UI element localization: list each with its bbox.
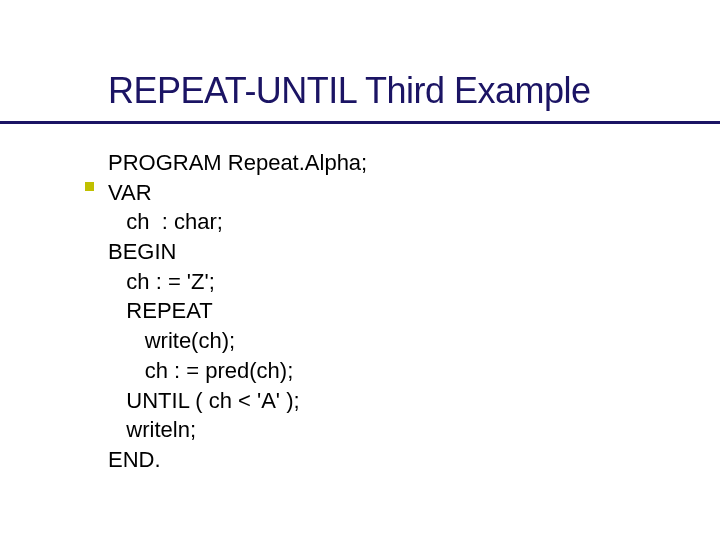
title-underline (0, 121, 720, 124)
code-line: writeln; (108, 417, 196, 442)
code-line: VAR (108, 180, 152, 205)
code-line: ch : = pred(ch); (108, 358, 293, 383)
code-block: PROGRAM Repeat.Alpha; VAR ch : char; BEG… (108, 148, 720, 475)
title-wrap: REPEAT-UNTIL Third Example (108, 70, 720, 124)
code-line: BEGIN (108, 239, 176, 264)
code-line: ch : char; (108, 209, 223, 234)
bullet-marker (85, 182, 94, 191)
code-line: UNTIL ( ch < 'A' ); (108, 388, 300, 413)
slide-title: REPEAT-UNTIL Third Example (108, 70, 720, 112)
code-line: ch : = 'Z'; (108, 269, 215, 294)
code-line: PROGRAM Repeat.Alpha; (108, 150, 367, 175)
code-line: END. (108, 447, 161, 472)
code-line: REPEAT (108, 298, 213, 323)
square-bullet-icon (85, 182, 94, 191)
slide: REPEAT-UNTIL Third Example PROGRAM Repea… (0, 0, 720, 475)
code-line: write(ch); (108, 328, 235, 353)
